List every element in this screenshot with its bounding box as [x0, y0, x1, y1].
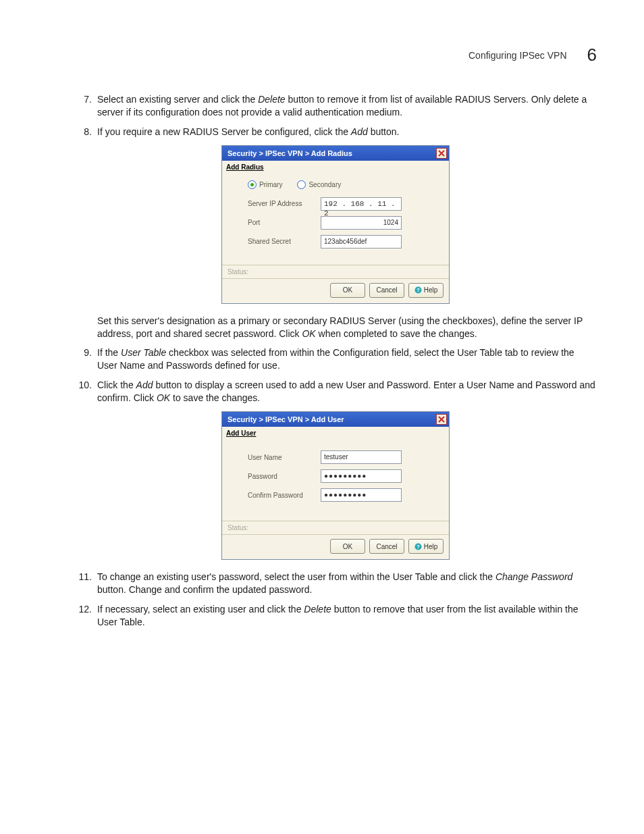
- step-7: 7. Select an existing server and click t…: [74, 93, 597, 119]
- radio-icon: [297, 180, 306, 189]
- label-port: Port: [248, 219, 321, 226]
- radio-icon: [248, 180, 257, 189]
- step-number: 9.: [74, 346, 92, 372]
- step-text: Select an existing server and click the …: [97, 93, 597, 119]
- step-9: 9. If the User Table checkbox was select…: [74, 346, 597, 372]
- svg-text:?: ?: [417, 544, 420, 550]
- step-text: Click the Add button to display a screen…: [97, 379, 597, 405]
- dialog-title: Security > IPSec VPN > Add Radius: [227, 149, 352, 157]
- username-input[interactable]: testuser: [321, 450, 402, 464]
- step-number: 10.: [74, 379, 92, 405]
- cancel-button[interactable]: Cancel: [369, 539, 404, 554]
- close-icon: [438, 416, 445, 423]
- label-password: Password: [248, 473, 321, 480]
- dialog-section-label: Add Radius: [222, 161, 449, 172]
- status-label: Status:: [222, 265, 449, 279]
- ok-button[interactable]: OK: [330, 539, 365, 554]
- help-button[interactable]: ? Help: [408, 283, 444, 298]
- step-text: Set this server's designation as a prima…: [97, 315, 597, 340]
- password-input[interactable]: ●●●●●●●●●: [321, 469, 402, 483]
- step-text: If the User Table checkbox was selected …: [97, 346, 597, 372]
- radio-row: Primary Secondary: [248, 180, 437, 189]
- dialog-section-label: Add User: [222, 427, 449, 438]
- header-title: Configuring IPSec VPN: [468, 50, 567, 61]
- radio-secondary[interactable]: Secondary: [297, 180, 341, 189]
- step-number: 11.: [74, 571, 92, 596]
- step-11: 11. To change an existing user's passwor…: [74, 571, 597, 596]
- step-text: If necessary, select an existing user an…: [97, 603, 597, 629]
- help-icon: ?: [414, 286, 422, 294]
- page-header: Configuring IPSec VPN 6: [468, 45, 597, 66]
- step-10: 10. Click the Add button to display a sc…: [74, 379, 597, 405]
- label-server-ip: Server IP Address: [248, 200, 321, 207]
- step-text: To change an existing user's password, s…: [97, 571, 597, 596]
- step-text: If you require a new RADIUS Server be co…: [97, 126, 597, 138]
- label-shared-secret: Shared Secret: [248, 238, 321, 245]
- step-number: 7.: [74, 93, 92, 119]
- close-button[interactable]: [436, 414, 447, 425]
- confirm-password-input[interactable]: ●●●●●●●●●: [321, 488, 402, 502]
- step-8-followup: Set this server's designation as a prima…: [74, 315, 597, 340]
- add-radius-dialog: Security > IPSec VPN > Add Radius Add Ra…: [221, 145, 450, 304]
- label-username: User Name: [248, 454, 321, 461]
- cancel-button[interactable]: Cancel: [369, 283, 404, 298]
- step-number: 8.: [74, 126, 92, 138]
- shared-secret-input[interactable]: 123abc456def: [321, 235, 402, 249]
- close-icon: [438, 150, 445, 157]
- dialog-titlebar: Security > IPSec VPN > Add User: [222, 412, 449, 427]
- dialog-title: Security > IPSec VPN > Add User: [227, 415, 344, 423]
- step-12: 12. If necessary, select an existing use…: [74, 603, 597, 629]
- radio-primary[interactable]: Primary: [248, 180, 282, 189]
- ok-button[interactable]: OK: [330, 283, 365, 298]
- step-number: 12.: [74, 603, 92, 629]
- add-user-dialog: Security > IPSec VPN > Add User Add User…: [221, 411, 450, 560]
- help-icon: ?: [414, 543, 422, 550]
- dialog-titlebar: Security > IPSec VPN > Add Radius: [222, 146, 449, 161]
- label-confirm-password: Confirm Password: [248, 492, 321, 499]
- close-button[interactable]: [436, 148, 447, 159]
- step-8: 8. If you require a new RADIUS Server be…: [74, 126, 597, 138]
- server-ip-input[interactable]: 192 . 168 . 11 . 2: [321, 197, 402, 211]
- chapter-number: 6: [587, 45, 597, 66]
- port-input[interactable]: 1024: [321, 216, 402, 230]
- status-label: Status:: [222, 521, 449, 535]
- svg-text:?: ?: [417, 287, 420, 293]
- help-button[interactable]: ? Help: [408, 539, 444, 554]
